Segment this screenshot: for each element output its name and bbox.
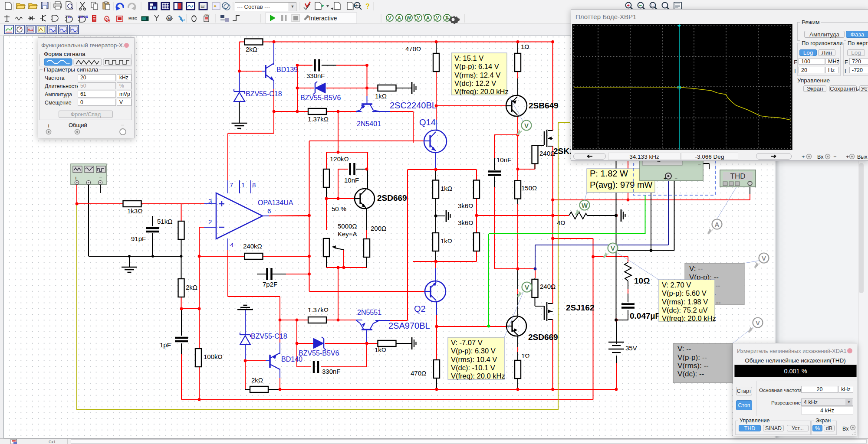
svg-text:−: − (433, 13, 435, 18)
svg-text:✦: ✦ (213, 3, 217, 9)
svg-text:V: V (423, 13, 426, 18)
svg-text:Сх1: Сх1 (49, 440, 56, 444)
svg-text:ADJ: ADJ (204, 13, 209, 16)
svg-text:M: M (168, 16, 171, 21)
svg-text:▤: ▤ (201, 4, 204, 9)
svg-text:□: □ (651, 3, 654, 8)
svg-text:+: + (846, 153, 849, 160)
svg-text:γ: γ (108, 18, 110, 23)
svg-text:0.1: 0.1 (28, 28, 33, 32)
svg-text:+: + (355, 3, 358, 8)
svg-text:+: + (414, 13, 416, 18)
svg-text:?: ? (365, 3, 370, 10)
svg-text:TTL: TTL (65, 15, 72, 19)
svg-text:+: + (627, 3, 630, 8)
svg-text:MISC: MISC (128, 16, 137, 20)
svg-text:−: − (639, 3, 642, 8)
svg-text:−: − (833, 154, 836, 160)
svg-text:0: 0 (105, 17, 108, 22)
svg-text:Interactive: Interactive (309, 15, 337, 22)
svg-text:31: 31 (181, 18, 185, 22)
svg-text:Вых: Вых (857, 154, 868, 160)
svg-text:Вх: Вх (817, 154, 824, 160)
